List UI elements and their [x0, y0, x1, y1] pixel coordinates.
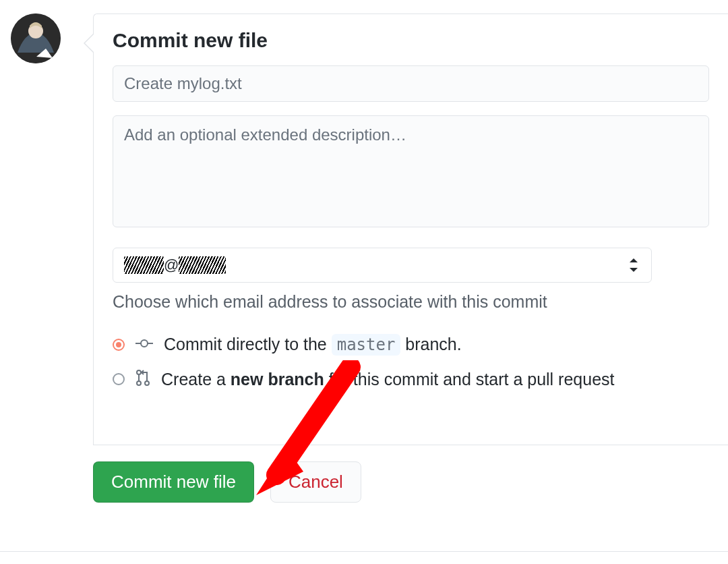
panel-title: Commit new file — [113, 29, 709, 52]
divider — [0, 551, 728, 552]
email-help-text: Choose which email address to associate … — [113, 292, 709, 312]
actions-row: Commit new file Cancel — [93, 461, 728, 503]
commit-button[interactable]: Commit new file — [93, 461, 254, 503]
avatar — [11, 13, 61, 63]
commit-panel: Commit new file xxxxx@xxxxxx Choose whic… — [93, 13, 728, 445]
radio-direct-label: Commit directly to the master branch. — [164, 335, 462, 354]
radio-icon — [113, 339, 125, 351]
email-select[interactable]: xxxxx@xxxxxx — [113, 248, 652, 283]
radio-new-branch[interactable]: Create a new branch for this commit and … — [113, 369, 709, 389]
chevron-updown-icon — [628, 258, 639, 272]
radio-newbranch-label: Create a new branch for this commit and … — [161, 370, 615, 389]
radio-commit-direct[interactable]: Commit directly to the master branch. — [113, 335, 709, 354]
commit-subject-input[interactable] — [113, 65, 709, 102]
svg-point-7 — [145, 381, 149, 385]
git-commit-icon — [135, 337, 153, 353]
email-selected-value: xxxxx@xxxxxx — [124, 256, 226, 273]
cancel-button[interactable]: Cancel — [270, 461, 361, 503]
commit-description-textarea[interactable] — [113, 115, 709, 227]
email-obscured-left: xxxxx — [124, 256, 164, 274]
svg-point-6 — [137, 381, 141, 385]
svg-point-2 — [141, 340, 148, 347]
radio-icon — [113, 373, 125, 385]
svg-point-5 — [137, 370, 141, 374]
branch-code: master — [332, 334, 401, 356]
git-pull-request-icon — [135, 369, 150, 389]
email-obscured-right: xxxxxx — [179, 256, 226, 274]
